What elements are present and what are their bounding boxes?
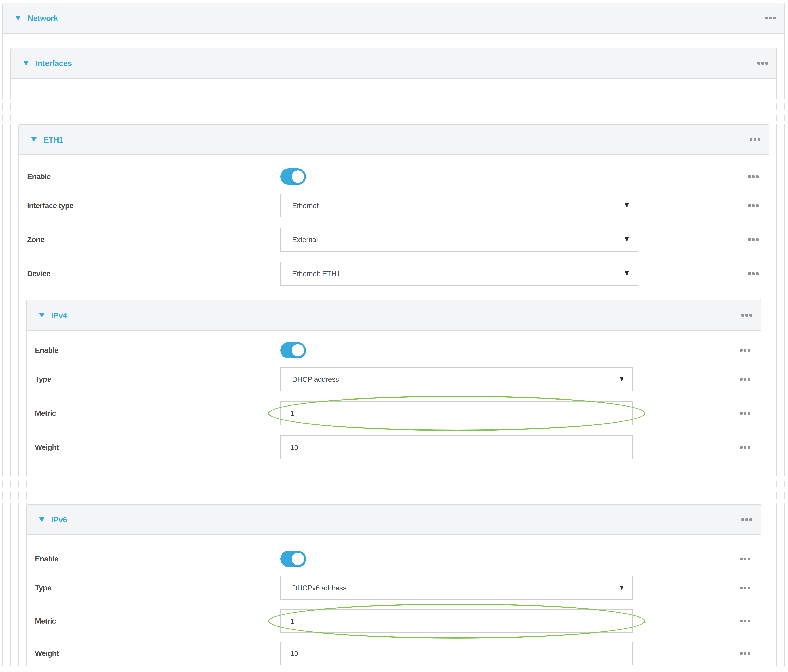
caret-down-icon — [620, 377, 624, 382]
ipv4-panel: IPv4 Enable — [26, 300, 761, 469]
ipv4-type-row: Type DHCP address — [27, 362, 761, 396]
eth1-device-row: Device Ethernet: ETH1 — [19, 257, 769, 291]
select-value: Ethernet — [292, 202, 319, 210]
ipv6-menu-ellipsis-icon[interactable] — [742, 518, 752, 521]
row-menu-ellipsis-icon[interactable] — [740, 446, 750, 449]
row-menu-ellipsis-icon[interactable] — [748, 238, 759, 241]
ipv6-weight-row: Weight — [27, 637, 761, 670]
row-menu-ellipsis-icon[interactable] — [748, 272, 759, 275]
row-menu-ellipsis-icon[interactable] — [740, 349, 750, 352]
row-menu-ellipsis-icon[interactable] — [740, 412, 750, 415]
ipv4-metric-input[interactable] — [280, 401, 633, 425]
select-value: External — [292, 235, 318, 244]
row-menu-ellipsis-icon[interactable] — [740, 652, 750, 655]
toggle-knob-icon — [291, 169, 305, 184]
snipped-content-region — [0, 92, 788, 124]
ipv4-menu-ellipsis-icon[interactable] — [742, 314, 752, 316]
caret-down-icon — [625, 237, 629, 242]
eth1-enable-row: Enable — [19, 165, 769, 189]
row-menu-ellipsis-icon[interactable] — [740, 558, 750, 560]
type-label: Type — [35, 584, 280, 592]
metric-label: Metric — [35, 409, 280, 418]
row-menu-ellipsis-icon[interactable] — [748, 204, 759, 207]
device-select[interactable]: Ethernet: ETH1 — [280, 262, 638, 286]
network-title: Network — [28, 13, 58, 23]
ipv4-metric-row: Metric — [27, 396, 761, 431]
ipv4-weight-row: Weight — [27, 431, 761, 464]
weight-label: Weight — [35, 443, 280, 452]
network-menu-ellipsis-icon[interactable] — [765, 17, 775, 19]
device-label: Device — [27, 269, 280, 278]
eth1-zone-row: Zone External — [19, 222, 769, 257]
select-value: DHCPv6 address — [292, 584, 346, 592]
ipv4-enable-row: Enable — [27, 338, 761, 362]
eth1-title: ETH1 — [43, 135, 63, 145]
caret-down-icon — [625, 272, 629, 276]
enable-label: Enable — [35, 346, 280, 354]
row-menu-ellipsis-icon[interactable] — [748, 175, 759, 178]
interfaces-panel: Interfaces ETH1 — [10, 48, 777, 672]
ipv4-weight-input[interactable] — [280, 435, 633, 459]
ipv6-weight-input[interactable] — [280, 642, 633, 666]
select-value: Ethernet: ETH1 — [292, 270, 340, 278]
zone-label: Zone — [27, 235, 280, 244]
collapse-triangle-icon — [39, 517, 44, 522]
network-section-header[interactable]: Network — [3, 3, 784, 33]
eth1-section-header[interactable]: ETH1 — [19, 125, 769, 155]
toggle-knob-icon — [291, 551, 305, 566]
ipv6-section-header[interactable]: IPv6 — [27, 505, 761, 535]
ipv6-panel: IPv6 Enable — [26, 504, 761, 672]
row-menu-ellipsis-icon[interactable] — [740, 378, 750, 381]
config-page: Network Interfaces ETH1 — [0, 0, 788, 672]
eth1-interface-type-row: Interface type Ethernet — [19, 189, 769, 222]
eth1-menu-ellipsis-icon[interactable] — [750, 138, 760, 141]
enable-label: Enable — [35, 554, 280, 563]
ipv6-type-select[interactable]: DHCPv6 address — [280, 576, 633, 600]
ipv4-type-select[interactable]: DHCP address — [280, 367, 633, 391]
row-menu-ellipsis-icon[interactable] — [740, 586, 750, 589]
metric-label: Metric — [35, 617, 280, 625]
eth1-panel: ETH1 Enable Interface type — [18, 124, 769, 672]
row-menu-ellipsis-icon[interactable] — [740, 620, 750, 623]
ipv4-enable-toggle[interactable] — [280, 342, 306, 359]
select-value: DHCP address — [292, 375, 339, 383]
ipv6-metric-input[interactable] — [280, 609, 633, 633]
network-panel: Network Interfaces ETH1 — [2, 3, 785, 672]
ipv6-metric-row: Metric — [27, 605, 761, 637]
eth1-enable-toggle[interactable] — [280, 168, 306, 185]
ipv6-enable-toggle[interactable] — [280, 551, 306, 567]
collapse-triangle-icon — [15, 16, 21, 21]
interface-type-select[interactable]: Ethernet — [280, 194, 638, 218]
collapse-triangle-icon — [39, 313, 44, 318]
snipped-content-region — [0, 469, 788, 504]
interfaces-title: Interfaces — [36, 59, 72, 68]
interface-type-label: Interface type — [27, 201, 280, 210]
toggle-knob-icon — [291, 343, 305, 358]
caret-down-icon — [625, 203, 629, 208]
type-label: Type — [35, 375, 280, 383]
ipv6-type-row: Type DHCPv6 address — [27, 571, 761, 605]
ipv4-title: IPv4 — [51, 311, 67, 320]
zone-select[interactable]: External — [280, 228, 638, 251]
collapse-triangle-icon — [23, 61, 29, 65]
enable-label: Enable — [27, 172, 280, 181]
interfaces-menu-ellipsis-icon[interactable] — [757, 62, 768, 65]
interfaces-section-header[interactable]: Interfaces — [11, 48, 777, 79]
weight-label: Weight — [35, 649, 280, 658]
collapse-triangle-icon — [31, 137, 37, 142]
ipv6-title: IPv6 — [51, 515, 67, 524]
caret-down-icon — [620, 586, 624, 590]
ipv4-section-header[interactable]: IPv4 — [27, 300, 761, 331]
ipv6-enable-row: Enable — [27, 547, 761, 571]
image-cut-strip — [0, 666, 788, 672]
